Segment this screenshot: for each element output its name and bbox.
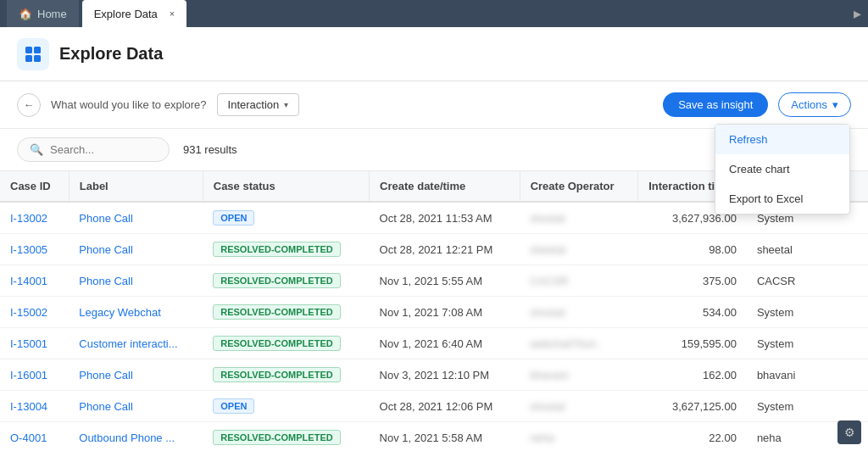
cell-interaction: 98.00 [638, 234, 747, 265]
table-row: I-13004 Phone Call OPEN Oct 28, 2021 12:… [0, 391, 868, 422]
col-label: Label [69, 171, 203, 202]
table-row: I-13005 Phone Call RESOLVED-COMPLETED Oc… [0, 234, 868, 265]
cell-datetime: Nov 1, 2021 7:08 AM [370, 297, 520, 328]
explore-question: What would you like to explore? [51, 98, 207, 111]
cell-operator: CACSR [520, 265, 638, 297]
cell-label[interactable]: Outbound Phone ... [69, 422, 203, 452]
svg-rect-0 [25, 47, 32, 53]
actions-menu-export-excel[interactable]: Export to Excel [715, 184, 849, 214]
home-tab-label: Home [37, 8, 67, 20]
col-resize[interactable] [199, 171, 203, 201]
cell-datetime: Oct 28, 2021 12:21 PM [370, 234, 520, 265]
close-tab-icon[interactable]: × [170, 8, 175, 19]
cell-interaction: 3,627,125.00 [638, 391, 747, 422]
cell-label[interactable]: Customer interacti... [69, 328, 203, 359]
cell-update-operator: bhavani [747, 359, 868, 391]
cell-datetime: Oct 28, 2021 12:06 PM [370, 391, 520, 422]
cell-label[interactable]: Phone Call [69, 391, 203, 422]
title-bar-more: ▸ [854, 4, 868, 23]
cell-case-id[interactable]: I-15002 [0, 297, 69, 328]
cell-datetime: Nov 1, 2021 5:58 AM [370, 422, 520, 452]
result-count: 931 results [183, 143, 237, 156]
actions-label: Actions [791, 98, 827, 111]
table-row: I-15001 Customer interacti... RESOLVED-C… [0, 328, 868, 359]
cell-case-id[interactable]: I-15001 [0, 328, 69, 359]
cell-case-id[interactable]: I-13005 [0, 234, 69, 265]
cell-datetime: Nov 3, 2021 12:10 PM [370, 359, 520, 391]
cell-label[interactable]: Phone Call [69, 234, 203, 265]
table-row: I-15002 Legacy Webchat RESOLVED-COMPLETE… [0, 297, 868, 328]
cell-status: RESOLVED-COMPLETED [203, 234, 369, 265]
gear-icon[interactable]: ⚙ [837, 420, 861, 444]
table-row: I-14001 Phone Call RESOLVED-COMPLETED No… [0, 265, 868, 297]
save-as-insight-button[interactable]: Save as insight [663, 92, 768, 117]
cell-operator: neha [520, 422, 638, 452]
cell-operator: shostal [520, 202, 638, 234]
cell-operator: webchat70url.. [520, 328, 638, 359]
actions-arrow-icon: ▾ [832, 98, 838, 111]
cell-label[interactable]: Phone Call [69, 265, 203, 297]
actions-menu-refresh[interactable]: Refresh [715, 125, 849, 154]
cell-update-operator: System [747, 391, 868, 422]
cell-update-operator: System [747, 328, 868, 359]
cell-datetime: Oct 28, 2021 11:53 AM [370, 202, 520, 234]
cell-operator: shostal [520, 391, 638, 422]
home-tab[interactable]: 🏠 Home [7, 0, 79, 27]
cell-status: RESOLVED-COMPLETED [203, 328, 369, 359]
table-row: I-16001 Phone Call RESOLVED-COMPLETED No… [0, 359, 868, 391]
cell-case-id[interactable]: I-16001 [0, 359, 69, 391]
cell-status: RESOLVED-COMPLETED [203, 422, 369, 452]
search-input[interactable] [50, 143, 152, 156]
actions-button[interactable]: Actions ▾ Refresh Create chart Export to… [778, 92, 851, 117]
actions-menu-create-chart[interactable]: Create chart [715, 154, 849, 184]
cell-case-id[interactable]: O-4001 [0, 422, 69, 452]
svg-rect-1 [34, 47, 41, 53]
chevron-down-icon: ▾ [284, 100, 288, 109]
cell-datetime: Nov 1, 2021 5:55 AM [370, 265, 520, 297]
table-row: O-4001 Outbound Phone ... RESOLVED-COMPL… [0, 422, 868, 452]
col-resize[interactable] [65, 171, 69, 201]
col-resize[interactable] [365, 171, 369, 201]
svg-rect-3 [34, 55, 41, 62]
cell-case-id[interactable]: I-14001 [0, 265, 69, 297]
search-icon: 🔍 [30, 143, 43, 156]
col-resize[interactable] [634, 171, 637, 201]
interaction-dropdown[interactable]: Interaction ▾ [217, 93, 300, 116]
page-header: Explore Data [0, 27, 868, 81]
cell-status: RESOLVED-COMPLETED [203, 359, 369, 391]
cell-status: OPEN [203, 391, 369, 422]
back-icon: ← [24, 98, 35, 111]
cell-operator: bhavani [520, 359, 638, 391]
col-case-id: Case ID [0, 171, 69, 202]
cell-status: RESOLVED-COMPLETED [203, 265, 369, 297]
home-icon: 🏠 [19, 8, 32, 20]
back-button[interactable]: ← [17, 93, 41, 117]
page-title: Explore Data [59, 44, 163, 64]
cell-update-operator: sheetal [747, 234, 868, 265]
cell-status: OPEN [203, 202, 369, 234]
cell-interaction: 22.00 [638, 422, 747, 452]
actions-dropdown-menu: Refresh Create chart Export to Excel [715, 124, 850, 214]
cell-operator: shostal [520, 297, 638, 328]
cell-label[interactable]: Phone Call [69, 202, 203, 234]
svg-rect-2 [25, 55, 32, 62]
interaction-dropdown-label: Interaction [228, 98, 280, 111]
active-tab[interactable]: Explore Data × [82, 0, 187, 27]
cell-case-id[interactable]: I-13002 [0, 202, 69, 234]
cell-interaction: 159,595.00 [638, 328, 747, 359]
col-create-operator: Create Operator [520, 171, 638, 202]
col-create-datetime: Create date/time [370, 171, 520, 202]
page-icon [17, 38, 49, 70]
cell-label[interactable]: Phone Call [69, 359, 203, 391]
cell-interaction: 375.00 [638, 265, 747, 297]
search-box[interactable]: 🔍 [17, 137, 170, 162]
cell-case-id[interactable]: I-13004 [0, 391, 69, 422]
cell-interaction: 534.00 [638, 297, 747, 328]
col-resize[interactable] [516, 171, 520, 201]
active-tab-label: Explore Data [94, 8, 158, 20]
cell-datetime: Nov 1, 2021 6:40 AM [370, 328, 520, 359]
cell-update-operator: System [747, 297, 868, 328]
col-case-status: Case status [203, 171, 369, 202]
cell-label[interactable]: Legacy Webchat [69, 297, 203, 328]
cell-status: RESOLVED-COMPLETED [203, 297, 369, 328]
